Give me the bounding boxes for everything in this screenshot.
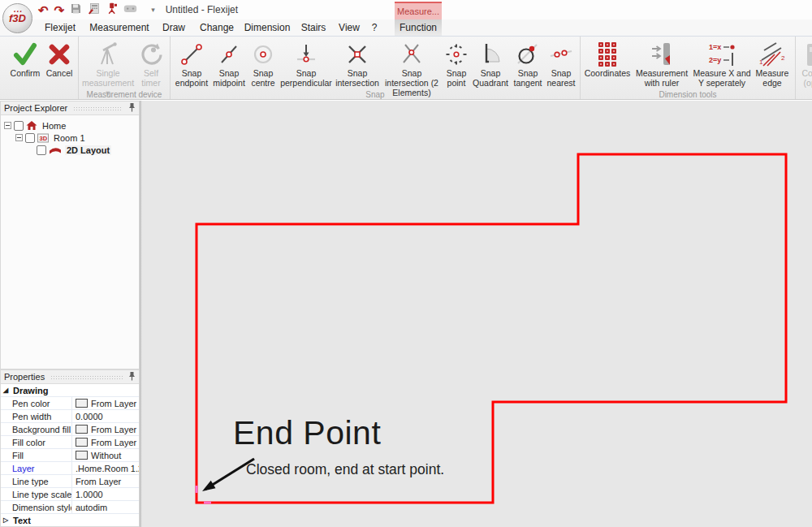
confirm-check-icon — [11, 40, 39, 69]
tripod-icon — [94, 40, 122, 69]
tree-item-label: Home — [41, 121, 67, 131]
confirm-button[interactable]: Confirm — [7, 39, 43, 80]
properties-panel: Properties ◢ Drawing Pen color From Laye… — [0, 369, 140, 527]
tab-help[interactable]: ? — [365, 19, 383, 36]
tab-stairs[interactable]: Stairs — [294, 19, 333, 36]
tree-item-room-1[interactable]: 3D Room 1 — [1, 132, 139, 144]
cancel-button[interactable]: Cancel — [43, 39, 76, 80]
home-checkbox[interactable] — [14, 121, 24, 131]
tab-view[interactable]: View — [333, 19, 365, 36]
snap-intersection-button[interactable]: Snap intersection — [334, 39, 381, 89]
window-title: Untitled - Flexijet — [166, 4, 238, 15]
snap-endpoint-button[interactable]: Snap endpoint — [173, 39, 210, 89]
contextual-tab-measure[interactable]: Measure... — [395, 2, 442, 19]
snap-centre-button[interactable]: Snap centre — [248, 39, 279, 89]
tree-item-home[interactable]: Home — [1, 119, 139, 132]
2d-layout-icon — [49, 145, 62, 155]
room-checkbox[interactable] — [25, 133, 35, 143]
svg-text:2=y: 2=y — [709, 56, 721, 64]
logo-dots: ... — [14, 5, 23, 14]
project-explorer-header: Project Explorer — [1, 102, 139, 115]
panel-drag-texture — [50, 375, 123, 380]
collapse-expander-icon[interactable] — [15, 133, 23, 143]
color-swatch[interactable] — [76, 425, 88, 434]
measure-edge-button[interactable]: 12 Measure edge — [752, 39, 793, 89]
app-logo-text: ... f3D — [9, 12, 26, 24]
cancel-x-icon — [45, 40, 73, 69]
annotation-caption: Closed room, end at start point. — [246, 461, 444, 478]
snap-point-button[interactable]: Snap point — [443, 39, 470, 89]
color-swatch[interactable] — [76, 399, 88, 408]
connect-icon — [801, 40, 812, 69]
tab-draw[interactable]: Draw — [154, 19, 193, 36]
snap-nearest-button[interactable]: Snap nearest — [545, 39, 577, 89]
app-logo[interactable]: ... f3D — [2, 3, 32, 33]
property-row-line-type-scale[interactable]: Line type scale t 1.0000 — [1, 488, 139, 501]
property-row-fill[interactable]: Fill Without — [1, 449, 139, 462]
ribbon-group-snap: Snap endpoint Snap midpoint Snap centre … — [170, 37, 580, 99]
save-icon[interactable] — [70, 2, 82, 18]
section-collapsed-icon: ▷ — [3, 516, 10, 524]
properties-header: Properties — [1, 370, 139, 384]
tab-flexijet[interactable]: Flexijet — [36, 19, 84, 36]
property-grid: ◢ Drawing Pen color From Layer Pen width… — [1, 384, 139, 526]
properties-title: Properties — [4, 372, 45, 382]
coordinates-grid-icon — [594, 40, 621, 69]
property-row-line-type[interactable]: Line type From Layer — [1, 475, 139, 488]
property-row-pen-width[interactable]: Pen width 0.0000 — [1, 410, 139, 423]
property-row-background-fill[interactable]: Background fill From Layer — [1, 423, 139, 436]
tab-measurement[interactable]: Measurement — [84, 19, 154, 36]
measure-device-icon[interactable] — [106, 2, 118, 18]
property-row-fill-color[interactable]: Fill color From Layer — [1, 436, 139, 449]
pin-icon[interactable] — [128, 371, 136, 382]
measure-x-y-button[interactable]: 1=x2=y Measure X and Y seperately — [692, 39, 752, 89]
snap-point-icon — [443, 40, 470, 69]
room-icon: 3D — [37, 133, 49, 143]
coordinates-button[interactable]: Coordinates — [583, 39, 632, 80]
gamepad-icon[interactable] — [123, 2, 137, 17]
color-swatch[interactable] — [76, 438, 88, 447]
snap-quadrant-button[interactable]: Snap Quadrant — [470, 39, 511, 89]
drawing-canvas[interactable]: End Point Closed room, end at start poin… — [143, 101, 812, 527]
svg-text:1=x: 1=x — [709, 43, 721, 51]
snap-midpoint-button[interactable]: Snap midpoint — [210, 39, 248, 89]
collapse-expander-icon[interactable] — [4, 121, 11, 131]
snap-perpendicular-button[interactable]: Snap perpendicular — [279, 39, 334, 89]
quick-access-toolbar: ↶ ↷ ▾ Untitled - Flexijet — [38, 2, 238, 17]
tree-item-label: 2D Layout — [65, 145, 111, 155]
property-row-dimension-style[interactable]: Dimension style autodim — [1, 501, 139, 514]
tab-dimension[interactable]: Dimension — [240, 19, 294, 36]
snap-nearest-icon — [547, 40, 575, 69]
panel-drag-texture — [73, 106, 123, 111]
section-drawing[interactable]: ◢ Drawing — [1, 384, 139, 397]
room-outline-drawing — [143, 101, 812, 527]
measure-edge-icon: 12 — [758, 40, 787, 69]
property-row-pen-color[interactable]: Pen color From Layer — [1, 397, 139, 410]
property-row-layer[interactable]: Layer .Home.Room 1.2D — [1, 462, 139, 475]
snap-tangent-button[interactable]: Snap tangent — [511, 39, 545, 89]
section-text[interactable]: ▷ Text — [1, 514, 139, 526]
undo-icon[interactable]: ↶ — [38, 4, 49, 16]
svg-text:3D: 3D — [40, 135, 48, 142]
timer-icon — [137, 40, 165, 69]
layout-checkbox[interactable] — [37, 145, 46, 155]
section-expanded-icon: ◢ — [3, 387, 10, 394]
measurement-with-ruler-button[interactable]: Measurement with ruler — [632, 39, 692, 89]
color-swatch[interactable] — [76, 451, 88, 460]
snap-perpendicular-icon — [292, 40, 320, 69]
redo-icon[interactable]: ↷ — [54, 4, 65, 16]
calculator-icon[interactable] — [88, 2, 100, 18]
ruler-device-icon — [648, 40, 676, 69]
tree-item-2d-layout[interactable]: 2D Layout — [1, 144, 139, 156]
ribbon-group-connect: Conne (open — [795, 37, 812, 99]
qat-customize-caret[interactable]: ▾ — [151, 6, 155, 14]
annotation-arrow-head — [202, 481, 216, 491]
ribbon-group-measurement-device: Single measurement ▾ Self timer Measurem… — [78, 37, 170, 99]
project-explorer-panel: Project Explorer Home 3D R — [0, 101, 140, 369]
ribbon-group-dimension-tools: Coordinates Measurement with ruler 1=x2=… — [580, 37, 795, 99]
tab-function[interactable]: Function — [395, 19, 442, 36]
group-label-dimension-tools: Dimension tools — [581, 90, 795, 99]
project-explorer-title: Project Explorer — [4, 103, 67, 113]
tab-change[interactable]: Change — [193, 19, 240, 36]
pin-icon[interactable] — [128, 102, 136, 114]
